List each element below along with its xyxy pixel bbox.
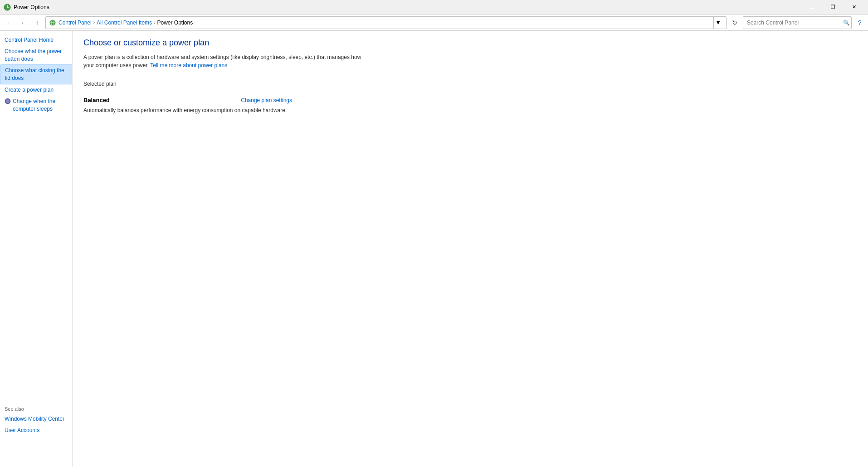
plan-name: Balanced — [83, 97, 110, 103]
address-bar: ‹ › ↑ Control Panel › All Control Panel … — [0, 15, 868, 31]
tell-me-more-link[interactable]: Tell me more about power plans — [150, 62, 227, 69]
sidebar-item-change-sleep[interactable]: Change when the computer sleeps — [0, 96, 72, 115]
page-title: Choose or customize a power plan — [83, 38, 857, 48]
see-also-label: See also — [0, 401, 73, 413]
close-button[interactable]: ✕ — [844, 0, 864, 15]
plan-row: Balanced Change plan settings — [83, 95, 292, 105]
breadcrumb-all-items[interactable]: All Control Panel Items — [97, 20, 152, 26]
divider — [83, 77, 292, 77]
sidebar-item-choose-closing-lid[interactable]: Choose what closing the lid does — [0, 64, 72, 84]
sidebar-item-control-panel-home[interactable]: Control Panel Home — [0, 34, 72, 46]
window-title: Power Options — [14, 4, 802, 10]
sidebar-see-also: See also Windows Mobility Center User Ac… — [0, 401, 73, 440]
forward-button[interactable]: › — [16, 16, 29, 29]
page-description: A power plan is a collection of hardware… — [83, 53, 365, 69]
content-area: Choose or customize a power plan A power… — [73, 31, 868, 467]
breadcrumb-sep-2: › — [154, 20, 155, 25]
sidebar-item-windows-mobility[interactable]: Windows Mobility Center — [0, 413, 73, 425]
up-button[interactable]: ↑ — [31, 16, 44, 29]
breadcrumb-control-panel[interactable]: Control Panel — [59, 20, 92, 26]
app-icon — [4, 4, 11, 11]
search-wrapper: 🔍 — [743, 16, 852, 29]
selected-plan-label: Selected plan — [83, 81, 857, 87]
refresh-button[interactable]: ↻ — [728, 16, 741, 29]
breadcrumb: Control Panel › All Control Panel Items … — [45, 16, 727, 29]
sidebar: Control Panel Home Choose what the power… — [0, 31, 73, 467]
globe-icon — [49, 20, 56, 26]
restore-button[interactable]: ❐ — [823, 0, 844, 15]
title-bar: Power Options — ❐ ✕ — [0, 0, 868, 15]
main-layout: Control Panel Home Choose what the power… — [0, 31, 868, 467]
minimize-button[interactable]: — — [802, 0, 823, 15]
breadcrumb-sep-1: › — [93, 20, 95, 25]
back-button[interactable]: ‹ — [2, 16, 15, 29]
svg-point-5 — [6, 99, 10, 103]
sidebar-item-choose-power-button[interactable]: Choose what the power button does — [0, 46, 72, 65]
sidebar-item-user-accounts[interactable]: User Accounts — [0, 425, 73, 436]
divider-2 — [83, 91, 292, 91]
change-plan-settings-link[interactable]: Change plan settings — [241, 97, 292, 103]
help-button[interactable]: ? — [853, 16, 866, 29]
search-input[interactable] — [743, 16, 852, 29]
breadcrumb-dropdown-button[interactable]: ▼ — [713, 17, 722, 29]
window-controls: — ❐ ✕ — [802, 0, 864, 15]
sleep-icon — [5, 98, 11, 104]
search-button[interactable]: 🔍 — [843, 20, 850, 26]
sidebar-item-create-power-plan[interactable]: Create a power plan — [0, 84, 72, 96]
plan-description: Automatically balances performance with … — [83, 107, 857, 113]
breadcrumb-current: Power Options — [157, 20, 193, 26]
